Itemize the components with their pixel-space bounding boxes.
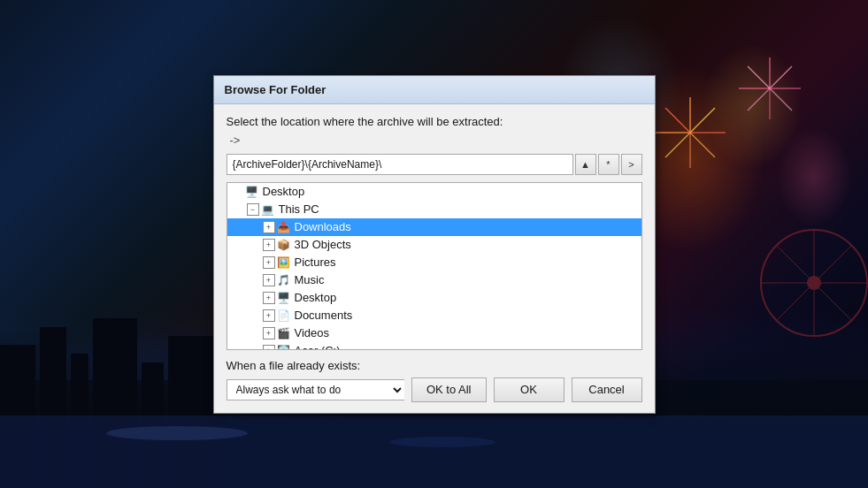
tree-item-acerc[interactable]: + 💽 Acer (C:): [227, 342, 641, 350]
tree-item-videos[interactable]: + 🎬 Videos: [227, 324, 641, 342]
ok-button[interactable]: OK: [494, 377, 565, 402]
cancel-button[interactable]: Cancel: [572, 377, 642, 402]
desktop-label: Desktop: [263, 185, 305, 198]
tree-item-3dobjects[interactable]: + 📦 3D Objects: [227, 236, 641, 254]
path-input[interactable]: [227, 154, 573, 175]
ok-to-all-button[interactable]: OK to All: [411, 377, 487, 402]
documents-icon: 📄: [277, 309, 291, 323]
acerc-icon: 💽: [277, 344, 291, 350]
desktop2-icon: 🖥️: [277, 291, 291, 305]
videos-expand-btn[interactable]: +: [263, 327, 275, 339]
instruction-text: Select the location where the archive wi…: [227, 115, 642, 128]
dialog-title-bar: Browse For Folder: [214, 76, 655, 104]
pictures-expand-btn[interactable]: +: [263, 256, 275, 269]
arrow-indicator: ->: [227, 133, 642, 147]
tree-item-music[interactable]: + 🎵 Music: [227, 271, 641, 289]
pictures-icon: 🖼️: [277, 255, 291, 270]
3dobjects-label: 3D Objects: [295, 238, 351, 251]
when-file-label: When a file already exists:: [227, 359, 642, 372]
tree-item-downloads[interactable]: + 📥 Downloads: [227, 218, 641, 236]
dialog-title-text: Browse For Folder: [225, 83, 326, 96]
desktop-icon: 🖥️: [245, 185, 259, 199]
thispc-label: This PC: [279, 202, 319, 216]
tree-item-pictures[interactable]: + 🖼️ Pictures: [227, 254, 641, 271]
tree-item-documents[interactable]: + 📄 Documents: [227, 307, 641, 324]
documents-expand-btn[interactable]: +: [263, 309, 275, 322]
tree-item-thispc[interactable]: − 💻 This PC: [227, 201, 641, 218]
bottom-row: Always ask what to do Overwrite all file…: [227, 377, 642, 402]
thispc-expand-btn[interactable]: −: [247, 203, 259, 216]
no-expand-placeholder: [231, 186, 243, 198]
thispc-icon: 💻: [261, 202, 275, 217]
file-exists-combo-wrap: Always ask what to do Overwrite all file…: [227, 379, 404, 400]
path-row: ▲ * >: [227, 154, 642, 175]
acerc-label: Acer (C:): [295, 344, 341, 350]
downloads-icon: 📥: [277, 220, 291, 234]
music-icon: 🎵: [277, 273, 291, 287]
file-exists-select[interactable]: Always ask what to do Overwrite all file…: [227, 379, 404, 400]
path-forward-button[interactable]: >: [621, 154, 642, 175]
desktop2-expand-btn[interactable]: +: [263, 292, 275, 304]
desktop2-label: Desktop: [295, 291, 337, 304]
pictures-label: Pictures: [295, 255, 336, 269]
path-bookmark-button[interactable]: *: [598, 154, 619, 175]
videos-label: Videos: [295, 326, 330, 339]
dialog-body: Select the location where the archive wi…: [214, 104, 655, 413]
downloads-expand-btn[interactable]: +: [263, 221, 275, 233]
music-expand-btn[interactable]: +: [263, 274, 275, 286]
downloads-label: Downloads: [295, 220, 351, 233]
documents-label: Documents: [295, 309, 353, 322]
browse-folder-dialog: Browse For Folder Select the location wh…: [213, 75, 656, 414]
acerc-expand-btn[interactable]: +: [263, 345, 275, 350]
path-up-button[interactable]: ▲: [575, 154, 596, 175]
folder-tree[interactable]: 🖥️ Desktop − 💻 This PC + 📥 Downloads: [227, 182, 642, 350]
tree-item-desktop2[interactable]: + 🖥️ Desktop: [227, 289, 641, 307]
music-label: Music: [295, 273, 325, 286]
3dobjects-icon: 📦: [277, 238, 291, 252]
tree-item-desktop[interactable]: 🖥️ Desktop: [227, 183, 641, 201]
videos-icon: 🎬: [277, 326, 291, 340]
dialog-overlay: Browse For Folder Select the location wh…: [0, 0, 868, 488]
3dobjects-expand-btn[interactable]: +: [263, 239, 275, 251]
